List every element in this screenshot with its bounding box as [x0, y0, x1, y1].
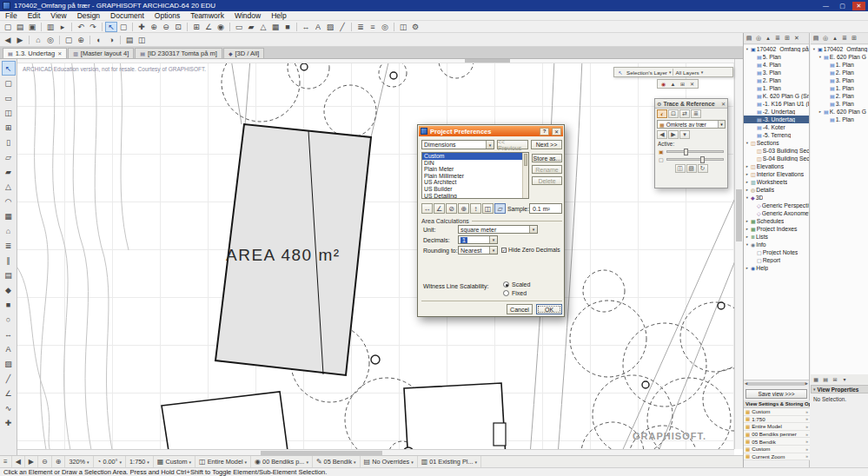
unit-select[interactable]: square meter ▾ [458, 225, 538, 234]
tree-item[interactable]: ▸▥Worksheets [744, 178, 809, 186]
tab--master-layout-4-[interactable]: ▥[Master layout 4] [68, 48, 134, 58]
trace-palette-titlebar[interactable]: ⚙ Trace & Reference ✕ [655, 99, 727, 109]
structure-display[interactable]: ◫Entire Model▾ [195, 456, 251, 467]
all-layers-dropdown[interactable]: All Layers [675, 69, 699, 76]
menu-options[interactable]: Options [149, 11, 185, 20]
view-setting-row[interactable]: ▦05 Bendik» [744, 438, 810, 446]
tree-horizontal-scrollbar[interactable]: ◀ ▶ [744, 380, 809, 387]
tree-item[interactable]: ▤3. Plan [811, 100, 868, 108]
model-view-options[interactable]: ✎05 Bendik▾ [313, 456, 361, 467]
wall-tool-icon[interactable]: ▭ [233, 22, 245, 32]
dimension-tool-icon[interactable]: ↔ [300, 22, 312, 32]
tab--3d-all-[interactable]: ◆[3D / All] [223, 48, 265, 58]
tree-item[interactable]: ▸◫Elevations [744, 162, 809, 170]
mesh-tool-icon[interactable]: ▦ [2, 208, 16, 223]
zoom-out[interactable]: ⊖ [38, 456, 52, 467]
tree-item[interactable]: ▤2. Plan [744, 76, 809, 84]
tree-item[interactable]: ▤-5. Terreng [744, 131, 809, 139]
list-scrollbar[interactable] [522, 153, 528, 198]
new-item-icon[interactable]: ⊞ [850, 34, 858, 43]
marquee-tool-icon[interactable]: ▢ [2, 76, 16, 90]
slab-tool-icon[interactable]: ▰ [245, 22, 257, 32]
tree-item[interactable]: ▾◫Sections [744, 139, 809, 147]
expand-icon[interactable]: ▸ [745, 235, 750, 239]
tree-item[interactable]: ◫S-04 Building Section 2 ( [744, 155, 809, 162]
tree-item[interactable]: ▤4. Plan [744, 61, 809, 69]
next-button[interactable]: Next >> [531, 140, 562, 149]
expand-icon[interactable]: ▾ [745, 47, 750, 51]
line-tool-icon[interactable]: ╱ [336, 22, 348, 32]
tree-item[interactable]: ▾▣170402_Omfang på trær [744, 45, 809, 53]
mesh-tool-icon[interactable]: ▦ [269, 22, 282, 32]
fixed-radio[interactable]: Fixed [503, 290, 527, 296]
standard-option[interactable]: US Detailing [422, 193, 528, 199]
tree-item[interactable]: ▸▦Project Indexes [744, 225, 809, 233]
swap-reference-icon[interactable]: ⇄ [679, 109, 690, 118]
door-tool-icon[interactable]: ◫ [2, 105, 16, 120]
roof-tool-icon[interactable]: △ [2, 179, 16, 194]
save-icon[interactable]: ▣ [26, 22, 38, 32]
area-dimension-icon[interactable]: ▱ [494, 203, 506, 214]
expand-icon[interactable]: ▸ [745, 164, 750, 169]
morph-tool-icon[interactable]: ◆ [2, 282, 16, 297]
layer-combination[interactable]: ▦Custom▾ [154, 456, 195, 467]
tree-item[interactable]: ▤-4. Koter [744, 123, 809, 131]
expand-icon[interactable]: ▸ [745, 188, 750, 192]
polyline-tool-icon[interactable]: ∠ [2, 386, 16, 400]
trace-on-icon[interactable]: ◐ [657, 109, 667, 118]
close-bar-icon[interactable]: ✕ [687, 80, 697, 88]
zone-tool-icon[interactable]: ⌂ [2, 223, 16, 238]
marquee-tool-icon[interactable]: ▢ [117, 22, 129, 32]
context-menu[interactable]: ≡ [0, 456, 12, 467]
hotspot-tool-icon[interactable]: ✚ [2, 415, 16, 430]
scroll-right-icon[interactable]: ▶ [805, 381, 808, 386]
fill-tool-icon[interactable]: ▨ [324, 22, 336, 32]
slider-knob[interactable] [684, 149, 688, 155]
zoom-level[interactable]: 320%▾ [65, 456, 93, 467]
view-map-icon[interactable]: ◎ [821, 34, 830, 43]
angle-dimension-icon[interactable]: ∠ [434, 203, 445, 214]
expand-icon[interactable]: ▸ [745, 180, 750, 184]
view-setting-row[interactable]: ▦Entire Model» [744, 423, 810, 431]
orientation[interactable]: ◔0.00°▾ [94, 456, 126, 467]
tree-item[interactable]: ▤3. Plan [744, 69, 809, 76]
hide-zero-decimals-checkbox[interactable]: ✓ Hide Zero Decimals [501, 247, 560, 253]
undo-icon[interactable]: ↶ [75, 22, 87, 32]
slider-knob[interactable] [700, 156, 705, 163]
slab-tool-icon[interactable]: ▰ [2, 164, 16, 179]
tree-item[interactable]: ▸◎Details [744, 186, 809, 194]
active-intensity-slider[interactable] [666, 150, 724, 153]
tree-item[interactable]: ▾◆3D [744, 194, 809, 202]
find-select-icon[interactable]: ⊕ [75, 35, 87, 45]
tree-item[interactable]: ▤5. Plan [744, 53, 809, 61]
view-setting-row[interactable]: ▦00 Bendiks penner» [744, 431, 810, 439]
delete-button[interactable]: Delete [532, 176, 562, 185]
pan-icon[interactable]: ✚ [136, 22, 148, 32]
new-layer-icon[interactable]: ⊞ [678, 80, 687, 88]
menu-file[interactable]: File [0, 11, 23, 20]
panel-menu-icon[interactable]: ▾ [840, 375, 849, 383]
tree-item[interactable]: ▸◉Help [744, 264, 809, 272]
reference-intensity-slider[interactable] [666, 158, 724, 161]
expand-icon[interactable]: ▾ [818, 55, 823, 59]
help-icon[interactable]: ? [540, 128, 549, 136]
elevation-dimension-icon[interactable]: ↕ [470, 203, 481, 214]
standard-option[interactable]: Custom [422, 153, 528, 160]
tree-item[interactable]: ▾▣170402_Omfang på trær [811, 45, 868, 53]
tree-item[interactable]: ◇Generic Perspective [744, 202, 809, 209]
store-as-button[interactable]: Store as... [532, 154, 562, 162]
arrow-tool-icon[interactable]: ↖ [2, 61, 16, 76]
reference-selector[interactable]: ▦ Omkrets av trær ▾ [657, 120, 726, 129]
menu-view[interactable]: View [45, 11, 71, 20]
virtual-trace-icon[interactable]: ◑ [105, 35, 117, 45]
back[interactable]: ◀ [12, 456, 25, 467]
scroll-thumb[interactable] [748, 382, 804, 386]
trace-settings-icon[interactable]: ≣ [691, 109, 701, 118]
view-map-icon[interactable]: ◎ [754, 34, 763, 43]
tree-item[interactable]: ▤-2. Undertag [744, 108, 809, 116]
ok-button[interactable]: OK [536, 304, 562, 314]
close-pane-icon[interactable]: ✕ [792, 34, 801, 43]
tree-item[interactable]: ▤1. Plan [811, 84, 868, 92]
menu-design[interactable]: Design [72, 11, 105, 20]
vertical-scrollbar[interactable] [734, 59, 743, 449]
